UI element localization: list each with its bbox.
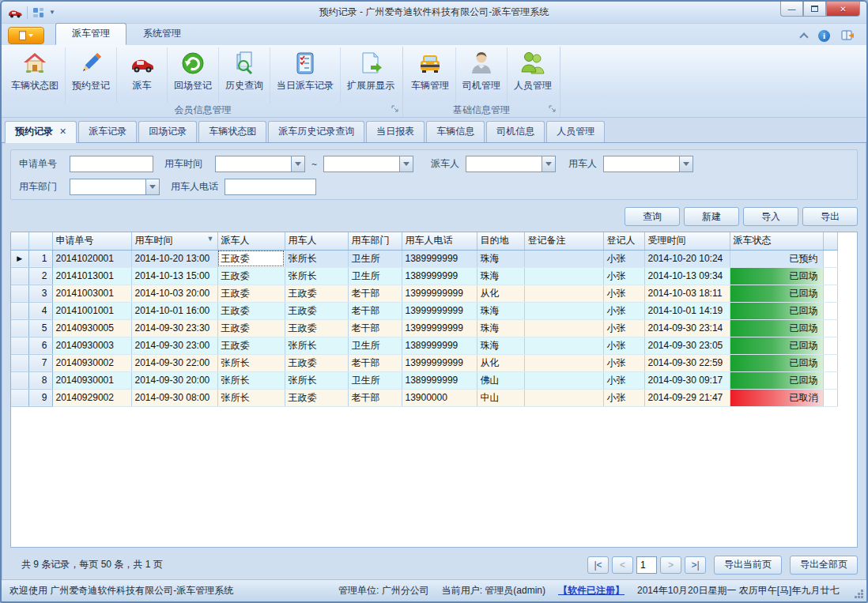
- cell-phone[interactable]: 13900000: [402, 389, 477, 406]
- cell-registrar[interactable]: 小张: [603, 371, 644, 389]
- cell-dispatch-status[interactable]: 已回场: [730, 337, 823, 354]
- cell-dispatcher[interactable]: 王政委: [217, 267, 285, 285]
- cell-dept[interactable]: 老干部: [348, 389, 402, 406]
- history-query-button[interactable]: 历史查询: [219, 47, 270, 103]
- table-row[interactable]: 3 20141003001 2014-10-03 20:00 王政委 王政委 老…: [11, 285, 837, 302]
- cell-user[interactable]: 张所长: [285, 250, 348, 267]
- cell-phone[interactable]: 13999999999: [402, 285, 477, 302]
- minimize-button[interactable]: —: [780, 2, 803, 17]
- use-time-from-combo[interactable]: [215, 156, 305, 172]
- cell-remark[interactable]: [524, 267, 603, 285]
- cell-user[interactable]: 张所长: [285, 337, 348, 354]
- cell-user[interactable]: 王政委: [285, 302, 348, 319]
- cell-destination[interactable]: 珠海: [477, 319, 524, 337]
- cell-destination[interactable]: 从化: [477, 354, 524, 371]
- tab-close-icon[interactable]: ✕: [59, 126, 66, 137]
- cell-phone[interactable]: 1389999999: [402, 250, 477, 267]
- cell-destination[interactable]: 珠海: [477, 302, 524, 319]
- cell-apply-no[interactable]: 20141003001: [52, 285, 131, 302]
- cell-destination[interactable]: 珠海: [477, 267, 524, 285]
- chevron-down-icon[interactable]: [145, 179, 160, 195]
- driver-manage-button[interactable]: 司机管理: [456, 47, 508, 103]
- cell-use-time[interactable]: 2014-10-13 15:00: [131, 267, 217, 285]
- cell-phone[interactable]: 13999999999: [402, 302, 477, 319]
- cell-dispatcher[interactable]: 王政委: [217, 302, 285, 319]
- col-user[interactable]: 用车人: [285, 232, 348, 250]
- tab-daily-report[interactable]: 当日报表: [366, 121, 425, 142]
- tab-return-records[interactable]: 回场记录: [138, 121, 197, 142]
- cell-accept-time[interactable]: 2014-10-03 18:11: [644, 285, 730, 302]
- table-row[interactable]: 7 20140930002 2014-09-30 22:00 张所长 王政委 老…: [11, 354, 837, 371]
- vehicle-status-map-button[interactable]: 车辆状态图: [5, 47, 66, 103]
- col-accept-time[interactable]: 受理时间: [644, 232, 730, 250]
- table-row[interactable]: 8 20140930001 2014-09-30 20:00 张所长 张所长 卫…: [11, 371, 837, 389]
- reservation-register-button[interactable]: 预约登记: [66, 47, 117, 103]
- table-row[interactable]: 2 20141013001 2014-10-13 15:00 王政委 张所长 卫…: [11, 267, 837, 285]
- registered-link[interactable]: 【软件已注册】: [558, 584, 625, 597]
- cell-registrar[interactable]: 小张: [603, 354, 644, 371]
- cell-dispatcher[interactable]: 张所长: [217, 354, 285, 371]
- cell-use-time[interactable]: 2014-10-03 20:00: [131, 285, 217, 302]
- today-dispatch-records-button[interactable]: 当日派车记录: [270, 47, 341, 103]
- cell-registrar[interactable]: 小张: [603, 285, 644, 302]
- cell-dept[interactable]: 老干部: [348, 302, 402, 319]
- cell-user[interactable]: 张所长: [285, 267, 348, 285]
- cell-registrar[interactable]: 小张: [603, 302, 644, 319]
- first-page-button[interactable]: |<: [587, 556, 609, 574]
- cell-apply-no[interactable]: 20140930002: [52, 354, 131, 371]
- col-status[interactable]: 派车状态: [730, 232, 823, 250]
- ribbon-tab-dispatch[interactable]: 派车管理: [55, 23, 126, 45]
- app-menu-button[interactable]: [8, 27, 44, 44]
- cell-dispatcher[interactable]: 张所长: [217, 371, 285, 389]
- chevron-down-icon[interactable]: [679, 156, 693, 172]
- last-page-button[interactable]: >|: [685, 556, 706, 574]
- cell-destination[interactable]: 珠海: [477, 250, 524, 267]
- chevron-down-icon[interactable]: [542, 156, 556, 172]
- cell-remark[interactable]: [524, 319, 603, 337]
- cell-accept-time[interactable]: 2014-10-01 14:19: [644, 302, 730, 319]
- cell-user[interactable]: 王政委: [285, 389, 348, 406]
- cell-dispatch-status[interactable]: 已预约: [730, 250, 823, 267]
- prev-page-button[interactable]: <: [612, 556, 633, 574]
- table-row[interactable]: 9 20140929002 2014-09-30 08:00 张所长 王政委 老…: [11, 389, 837, 406]
- cell-destination[interactable]: 珠海: [477, 337, 524, 354]
- cell-dispatch-status[interactable]: 已回场: [730, 267, 823, 285]
- table-row[interactable]: 6 20140930003 2014-09-30 23:00 王政委 张所长 卫…: [11, 337, 837, 354]
- extended-screen-button[interactable]: 扩展屏显示: [341, 47, 401, 103]
- cell-apply-no[interactable]: 20141001001: [52, 302, 131, 319]
- export-all-pages-button[interactable]: 导出全部页: [790, 556, 858, 575]
- personnel-manage-button[interactable]: 人员管理: [508, 47, 558, 103]
- next-page-button[interactable]: >: [660, 556, 681, 574]
- cell-dispatcher[interactable]: 王政委: [217, 285, 285, 302]
- dispatch-button[interactable]: 派车: [117, 47, 168, 103]
- col-apply-no[interactable]: 申请单号: [52, 232, 131, 250]
- apply-no-input[interactable]: [70, 156, 153, 172]
- import-button[interactable]: 导入: [743, 207, 798, 226]
- tab-reservation-records[interactable]: 预约记录 ✕: [5, 121, 77, 143]
- cell-accept-time[interactable]: 2014-09-29 21:47: [644, 389, 730, 406]
- cell-remark[interactable]: [524, 371, 603, 389]
- cell-dept[interactable]: 老干部: [348, 319, 402, 337]
- col-registrar[interactable]: 登记人: [603, 232, 644, 250]
- cell-dispatch-status[interactable]: 已取消: [730, 389, 823, 406]
- cell-user[interactable]: 张所长: [285, 371, 348, 389]
- cell-use-time[interactable]: 2014-09-30 20:00: [131, 371, 217, 389]
- help-book-icon[interactable]: [841, 29, 855, 42]
- cell-remark[interactable]: [524, 285, 603, 302]
- cell-dept[interactable]: 老干部: [348, 354, 402, 371]
- cell-dispatcher[interactable]: 王政委: [217, 319, 285, 337]
- cell-dept[interactable]: 卫生所: [348, 267, 402, 285]
- cell-apply-no[interactable]: 20141020001: [52, 250, 131, 267]
- page-number-input[interactable]: [636, 556, 657, 574]
- return-register-button[interactable]: 回场登记: [168, 47, 219, 103]
- cell-dept[interactable]: 卫生所: [348, 337, 402, 354]
- cell-remark[interactable]: [524, 302, 603, 319]
- cell-use-time[interactable]: 2014-10-20 13:00: [131, 250, 217, 267]
- dialog-launcher-icon[interactable]: [549, 105, 557, 113]
- cell-accept-time[interactable]: 2014-09-30 23:05: [644, 337, 730, 354]
- tab-vehicle-status-map[interactable]: 车辆状态图: [198, 121, 266, 142]
- collapse-ribbon-icon[interactable]: [799, 32, 808, 41]
- cell-apply-no[interactable]: 20140929002: [52, 389, 131, 406]
- restore-button[interactable]: [803, 2, 826, 17]
- cell-dispatch-status[interactable]: 已回场: [730, 319, 823, 337]
